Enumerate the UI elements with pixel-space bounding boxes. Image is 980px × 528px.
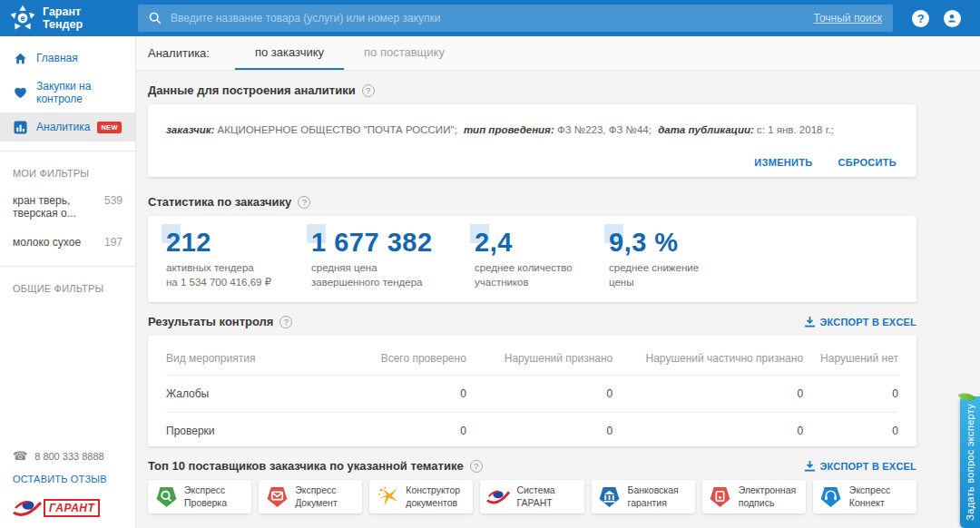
analytics-tabbar: Аналитика: по заказчику по поставщику [136,36,980,71]
search-input[interactable] [171,12,814,24]
sidebar: Главная Закупки на контроле Аналитика NE… [0,36,136,528]
control-results-title: Результаты контроля ? [148,315,292,328]
search-bar: Точный поиск [138,5,893,32]
header-icons: ? [893,10,980,27]
edit-criteria-button[interactable]: ИЗМЕНИТЬ [754,157,812,168]
filter-label: кран тверь, тверская о... [13,194,104,220]
main-area: Аналитика: по заказчику по поставщику Да… [136,36,980,528]
my-filter-item[interactable]: молоко сухое 197 [0,228,135,257]
exact-search-link[interactable]: Точный поиск [814,12,882,24]
common-filters-heading: ОБЩИЕ ФИЛЬТРЫ [0,276,135,301]
shield-bank-icon [598,485,622,509]
garant-company-logo[interactable]: ГАРАНТ [13,497,122,519]
filter-label: молоко сухое [13,236,81,249]
analytics-criteria-card: заказчик: АКЦИОНЕРНОЕ ОБЩЕСТВО "ПОЧТА РО… [148,104,916,177]
product-electronic-signature[interactable]: Электроннаяподпись [702,480,806,513]
product-shortcuts: ЭкспрессПроверка ЭкспрессДокумент Констр… [148,480,916,513]
customer-stats-card: 212 активных тендерана 1 534 700 416,69 … [148,216,916,302]
stat-average-price-drop: 9,3 % среднее снижениецены [609,228,699,289]
help-circle-icon[interactable]: ? [279,316,292,328]
svg-text:е: е [20,14,24,23]
stats-section-title: Статистика по заказчику ? [148,195,916,209]
app-window: е Гарант Тендер Точный поиск ? [0,0,980,528]
shield-headset-icon [819,485,843,509]
shield-token-icon [709,485,732,509]
criteria-text: заказчик: АКЦИОНЕРНОЕ ОБЩЕСТВО "ПОЧТА РО… [166,124,897,135]
phone-icon: ☎ [13,449,27,463]
sidebar-divider [0,151,135,152]
sidebar-item-label: Главная [36,52,78,64]
export-excel-button[interactable]: ЭКСПОРТ В EXCEL [805,461,916,472]
top-suppliers-title: Топ 10 поставщиков заказчика по указанно… [148,459,483,473]
tabbar-label: Аналитика: [148,46,210,60]
user-account-icon[interactable] [944,10,961,27]
app-logo[interactable]: е Гарант Тендер [0,5,138,32]
product-express-check[interactable]: ЭкспрессПроверка [148,480,251,513]
export-excel-button[interactable]: ЭКСПОРТ В EXCEL [805,317,916,328]
product-garant-system[interactable]: СистемаГАРАНТ [480,480,583,513]
my-filter-item[interactable]: кран тверь, тверская о... 539 [0,186,135,228]
sidebar-divider [0,266,135,267]
magic-wand-icon [376,485,399,509]
product-bank-guarantee[interactable]: Банковскаягарантия [592,480,695,513]
help-icon[interactable]: ? [912,10,929,27]
help-circle-icon[interactable]: ? [298,196,310,209]
control-results-table: Вид мероприятия Всего проверено Нарушени… [166,341,898,449]
table-row: Проверки 0 0 0 0 [166,413,898,450]
product-express-connect[interactable]: ЭкспрессКоннект [813,480,916,513]
ask-expert-button[interactable]: Задать вопрос эксперту [960,396,980,528]
my-filters-heading: МОИ ФИЛЬТРЫ [0,161,135,186]
table-header-row: Вид мероприятия Всего проверено Нарушени… [166,341,898,376]
sidebar-item-control-purchases[interactable]: Закупки на контроле [0,73,135,112]
new-badge: NEW [97,122,121,133]
shield-magnifier-icon [154,485,178,509]
sidebar-item-analytics[interactable]: Аналитика NEW [0,112,135,142]
support-phone: ☎ 8 800 333 8888 [13,449,122,463]
bar-chart-icon [13,120,27,134]
sidebar-item-label: Закупки на контроле [36,80,122,105]
tab-by-supplier[interactable]: по поставщику [344,36,465,70]
table-row: Жалобы 0 0 0 0 [166,376,898,413]
help-circle-icon[interactable]: ? [470,460,483,473]
shield-document-icon [265,485,289,509]
tab-by-customer[interactable]: по заказчику [235,36,344,70]
home-icon [13,51,27,65]
garant-swoosh-icon [13,497,42,519]
stat-active-tenders: 212 активных тендерана 1 534 700 416,69 … [166,228,286,289]
filter-section-title: Данные для построения аналитики ? [148,83,916,97]
product-express-document[interactable]: ЭкспрессДокумент [259,480,362,513]
leave-feedback-link[interactable]: ОСТАВИТЬ ОТЗЫВ [13,474,122,484]
app-header: е Гарант Тендер Точный поиск ? [0,0,980,36]
download-icon [805,461,815,472]
download-icon [805,317,815,328]
reset-criteria-button[interactable]: СБРОСИТЬ [838,157,897,168]
control-results-table-card: Вид мероприятия Всего проверено Нарушени… [148,336,916,446]
filter-count: 539 [104,194,122,220]
help-circle-icon[interactable]: ? [362,84,375,97]
product-document-constructor[interactable]: Конструктордокументов [369,480,473,513]
logo-text: Гарант Тендер [43,5,83,32]
sidebar-item-home[interactable]: Главная [0,44,135,73]
garant-logo-text: ГАРАНТ [44,499,100,517]
garant-tender-logo-icon: е [9,5,36,32]
stat-average-participants: 2,4 среднее количествоучастников [475,228,583,289]
garant-swoosh-icon [486,485,510,509]
stat-average-price: 1 677 382 средняя ценазавершенного тенде… [311,228,449,289]
sidebar-item-label: Аналитика [36,121,90,133]
filter-count: 197 [104,236,122,249]
heart-icon [13,85,27,100]
search-icon [149,12,162,24]
